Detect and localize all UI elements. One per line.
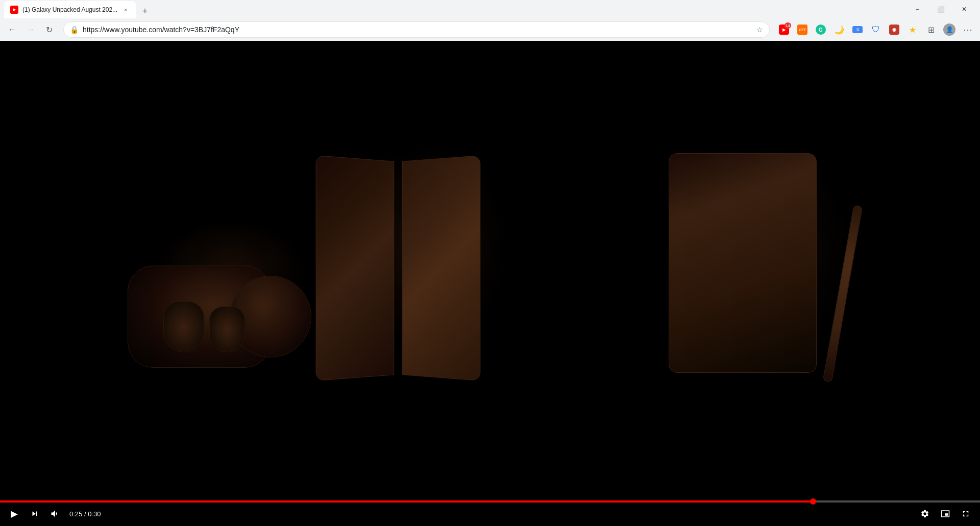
right-controls [917,506,974,522]
youtube-ext-label: ▶ [782,28,786,32]
grammar-icon-label: G [819,27,823,33]
progress-fill [0,500,814,503]
maximize-button[interactable]: ⬜ [929,0,952,18]
product-group-tablet [669,153,847,393]
star-icon[interactable]: ☆ [756,26,763,34]
fullscreen-button[interactable] [958,506,974,522]
star-favorites-icon: ★ [909,25,916,35]
settings-button[interactable] [917,506,933,522]
product-group-left [112,235,327,388]
controls-row: ▶ 0:25 / 0:30 [0,506,980,526]
darkmode-ext-icon[interactable]: 🌙 [831,21,847,38]
off-ext-icon[interactable]: OFF [794,21,811,38]
tab-close-button[interactable]: × [121,6,130,14]
tablet-shape [669,153,817,373]
buds-shape-right [209,306,245,352]
window-controls: − ⬜ ✕ [905,0,976,18]
play-button[interactable]: ▶ [6,506,22,522]
ext-badge-count: 14 [785,22,791,29]
grammar-ext-icon[interactable]: G [813,21,829,38]
youtube-ext-icon[interactable]: ▶ 14 [776,21,792,38]
buds-shape-left [163,301,204,352]
adblock-icon-label: ◉ [892,27,896,32]
shield-icon: 🛡 [872,25,880,34]
collections-icon[interactable]: ⊞ [923,21,939,38]
nav-bar: ← → ↻ 🔒 https://www.youtube.com/watch?v=… [0,18,980,41]
address-bar[interactable]: 🔒 https://www.youtube.com/watch?v=3BJ7fF… [63,21,770,38]
url-display: https://www.youtube.com/watch?v=3BJ7fF2a… [83,26,752,34]
miniplayer-button[interactable] [937,506,953,522]
profile-avatar[interactable]: 👤 [941,21,958,38]
fold-left-panel [316,155,395,381]
refresh-button[interactable]: ↻ [41,21,57,38]
forward-button: → [22,21,39,38]
volume-button[interactable] [47,506,63,522]
time-display: 0:25 / 0:30 [69,510,101,518]
browser-window: (1) Galaxy Unpacked August 202... × + − … [0,0,980,526]
next-button[interactable] [27,506,43,522]
product-group-fold [316,158,521,393]
fold-right-panel [402,155,481,381]
video-container[interactable]: ▶ 0:25 / 0:30 [0,41,980,526]
shield-ext-icon[interactable]: 🛡 [868,21,884,38]
tab-title: (1) Galaxy Unpacked August 202... [22,6,117,13]
active-tab[interactable]: (1) Galaxy Unpacked August 202... × [4,1,136,18]
title-bar: (1) Galaxy Unpacked August 202... × + − … [0,0,980,18]
tab-strip: (1) Galaxy Unpacked August 202... × + [4,0,905,18]
tab-favicon [10,6,18,14]
favorites-icon[interactable]: ★ [904,21,921,38]
avatar-icon: 👤 [946,26,953,33]
collections-icon-symbol: ⊞ [928,25,935,35]
minimize-button[interactable]: − [905,0,929,18]
lock-icon: 🔒 [70,26,79,34]
more-options-button[interactable]: ⋯ [960,21,976,38]
spen-shape [823,205,863,382]
video-controls: ▶ 0:25 / 0:30 [0,499,980,526]
progress-bar[interactable] [0,500,980,503]
pip-ext-icon[interactable]: ⧉ [849,21,866,38]
video-scene [0,41,980,526]
new-tab-button[interactable]: + [138,4,152,18]
pip-icon-symbol: ⧉ [856,28,859,32]
back-button[interactable]: ← [4,21,20,38]
adblock-ext-icon[interactable]: ◉ [886,21,902,38]
close-button[interactable]: ✕ [952,0,976,18]
moon-icon: 🌙 [834,25,844,35]
toolbar-icons: ▶ 14 OFF G 🌙 [776,21,976,38]
off-ext-label: OFF [799,28,806,32]
